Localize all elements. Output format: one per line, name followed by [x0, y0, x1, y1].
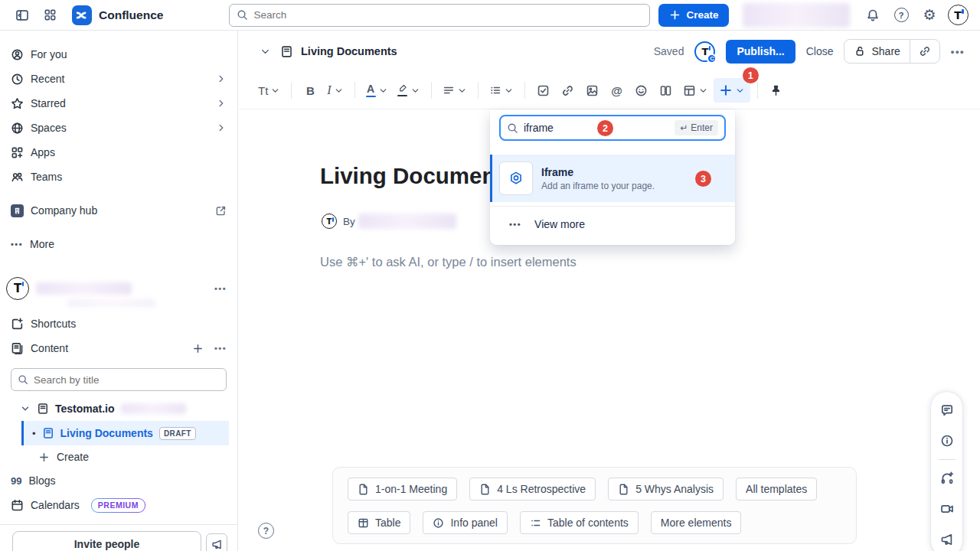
author-avatar[interactable]: T: [322, 214, 337, 229]
comments-button[interactable]: [934, 395, 960, 425]
document-header: Living Documents Saved T C Publish... Cl…: [239, 31, 980, 72]
ellipsis-icon: •••: [214, 284, 227, 293]
more-elements-button[interactable]: More elements: [651, 511, 742, 534]
sidebar-item-starred[interactable]: Starred: [0, 91, 237, 116]
italic-button[interactable]: I: [323, 78, 347, 103]
sidebar-item-more[interactable]: ••• More: [0, 232, 237, 256]
sidebar-item-recent[interactable]: Recent: [0, 67, 237, 91]
header-more-button[interactable]: •••: [951, 46, 965, 57]
sidebar-item-for-you[interactable]: For you: [0, 42, 237, 67]
insert-result-iframe[interactable]: Iframe Add an iframe to your page. 3: [490, 155, 735, 202]
template-5-whys-analysis[interactable]: 5 Whys Analysis: [608, 478, 724, 500]
sidebar-search-input[interactable]: [34, 374, 220, 386]
globe-icon: [11, 122, 24, 135]
insert-search-box[interactable]: 2 ↵ Enter: [499, 115, 726, 141]
sidebar-search[interactable]: [11, 368, 227, 391]
feedback-megaphone-button[interactable]: [206, 533, 227, 551]
editor-toolbar: Tt B I A: [239, 72, 980, 109]
notifications-button[interactable]: [861, 4, 884, 27]
sidebar-item-teams[interactable]: Teams: [0, 165, 237, 189]
layouts-button[interactable]: [655, 78, 678, 103]
quick-insert-panel: 1-on-1 Meeting 4 Ls Retrospective 5 Whys…: [332, 467, 857, 544]
divider: [291, 82, 292, 99]
insert-link-button[interactable]: [557, 78, 580, 103]
alignment-button[interactable]: [439, 78, 471, 103]
app-name: Confluence: [99, 8, 163, 22]
lists-button[interactable]: [485, 78, 518, 103]
editor-help-button[interactable]: ?: [258, 523, 274, 539]
text-style-button[interactable]: Tt: [254, 78, 284, 103]
mention-button[interactable]: @: [606, 78, 629, 103]
breadcrumb-title[interactable]: Living Documents: [301, 45, 397, 57]
task-list-button[interactable]: [532, 78, 555, 103]
bold-button[interactable]: B: [299, 78, 322, 103]
template-4ls-retrospective[interactable]: 4 Ls Retrospective: [469, 478, 596, 500]
view-more-item[interactable]: ••• View more: [490, 207, 735, 242]
gear-icon: ⚙: [923, 8, 936, 22]
sidebar-item-blogs[interactable]: 99 Blogs: [0, 468, 237, 493]
calendar-icon: [11, 499, 24, 512]
content-more-button[interactable]: •••: [214, 344, 227, 353]
audio-huddle-button[interactable]: [934, 463, 960, 494]
star-icon: [11, 97, 24, 110]
collapse-sidebar-button[interactable]: [11, 4, 34, 27]
tree-item-space-root[interactable]: Testomat.io: [0, 397, 237, 420]
tree-create-button[interactable]: Create: [0, 445, 237, 468]
all-templates-button[interactable]: All templates: [736, 478, 817, 500]
user-avatar: T: [948, 5, 969, 25]
help-icon: ?: [894, 8, 909, 22]
space-more-button[interactable]: •••: [214, 284, 227, 293]
help-button[interactable]: ?: [890, 4, 913, 27]
highlight-color-button[interactable]: [394, 78, 424, 103]
collaborator-avatar[interactable]: T C: [694, 41, 715, 62]
checkbox-icon: [537, 84, 550, 97]
tree-item-living-documents[interactable]: • Living Documents DRAFT: [21, 421, 229, 445]
chevron-right-icon: [216, 122, 227, 133]
insert-element-button[interactable]: 1: [714, 78, 750, 103]
sidebar-item-calendars[interactable]: Calendars PREMIUM: [0, 493, 237, 517]
insert-image-button[interactable]: [581, 78, 604, 103]
editor-placeholder[interactable]: Use ⌘+' to ask AI, or type / to insert e…: [320, 255, 577, 269]
breadcrumb-expand-button[interactable]: [256, 42, 274, 60]
invite-people-button[interactable]: Invite people: [12, 531, 201, 551]
sidebar-item-shortcuts[interactable]: Shortcuts: [0, 311, 237, 336]
profile-button[interactable]: T: [946, 4, 969, 27]
page-title[interactable]: Living Documents: [320, 163, 516, 189]
video-button[interactable]: [934, 494, 960, 524]
global-search-input[interactable]: [253, 9, 642, 21]
template-1on1-meeting[interactable]: 1-on-1 Meeting: [348, 478, 457, 500]
close-button[interactable]: Close: [806, 45, 834, 57]
confluence-brand[interactable]: Confluence: [72, 5, 163, 25]
announcements-button[interactable]: [934, 524, 960, 551]
global-search[interactable]: [229, 4, 650, 27]
chevron-down-icon: [20, 403, 31, 414]
app-switcher-button[interactable]: [38, 4, 61, 27]
text-color-button[interactable]: A: [362, 78, 392, 103]
sidebar-item-apps[interactable]: Apps: [0, 140, 237, 165]
insert-info-panel-button[interactable]: Info panel: [423, 511, 508, 534]
divider: [524, 82, 525, 99]
shortcuts-icon: [11, 318, 24, 331]
text-color-icon: A: [366, 83, 376, 98]
emoji-button[interactable]: [630, 78, 653, 103]
share-button[interactable]: Share: [844, 40, 909, 63]
sidebar-item-spaces[interactable]: Spaces: [0, 116, 237, 140]
clock-icon: [11, 73, 24, 86]
pin-toolbar-button[interactable]: [765, 78, 788, 103]
app-grid-icon: [44, 8, 57, 21]
insert-element-dropdown: 2 ↵ Enter Iframe Add an iframe to your p…: [490, 109, 735, 245]
table-button[interactable]: [679, 78, 712, 103]
copy-link-button[interactable]: [910, 40, 939, 63]
pin-icon: [769, 84, 782, 97]
create-button[interactable]: Create: [658, 4, 729, 27]
divider: [478, 82, 479, 99]
details-info-button[interactable]: [934, 425, 960, 456]
settings-button[interactable]: ⚙: [918, 4, 941, 27]
insert-toc-button[interactable]: Table of contents: [520, 511, 639, 534]
document-icon: [479, 484, 491, 495]
publish-button[interactable]: Publish...: [726, 40, 795, 64]
insert-table-button[interactable]: Table: [348, 511, 410, 534]
sidebar-item-company-hub[interactable]: Company hub: [0, 198, 237, 223]
sidebar-item-content[interactable]: Content •••: [0, 336, 237, 360]
content-add-button[interactable]: [189, 339, 207, 357]
